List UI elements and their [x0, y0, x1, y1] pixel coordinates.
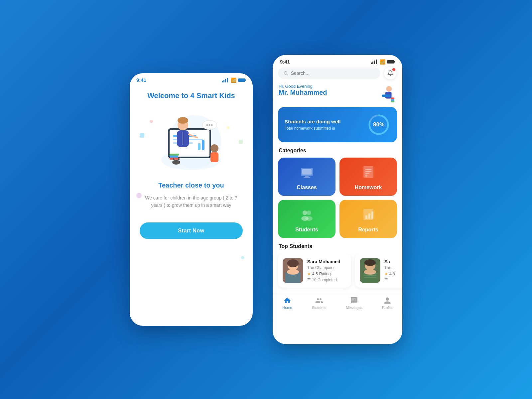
category-students[interactable]: Students	[278, 200, 335, 238]
student-rating-2: ★ 4.8	[384, 272, 395, 276]
student-card-1[interactable]: Sara Mohamed The Champions ★ 4.5 Rating …	[278, 253, 351, 288]
progress-percentage: 80%	[373, 121, 384, 128]
svg-rect-37	[391, 99, 394, 101]
student-rating-1: ★ 4.5 Rating	[307, 272, 340, 276]
svg-rect-44	[304, 177, 310, 178]
svg-rect-70	[364, 277, 376, 278]
svg-point-20	[210, 144, 218, 152]
svg-rect-28	[387, 60, 394, 64]
category-classes[interactable]: Classes	[278, 158, 335, 196]
svg-point-51	[307, 210, 311, 215]
students-nav-label: Students	[312, 306, 326, 310]
rating-label-1: Rating	[319, 272, 331, 276]
svg-rect-68	[364, 273, 376, 274]
svg-rect-21	[210, 152, 218, 162]
student-info-2: Sa The... ★ 4.8 ☰	[384, 259, 395, 282]
greeting-name: Mr. Muhammed	[279, 89, 327, 96]
svg-rect-10	[202, 140, 204, 150]
nav-home[interactable]: Home	[282, 297, 292, 310]
messages-nav-icon	[350, 297, 358, 305]
svg-point-62	[287, 269, 299, 275]
svg-point-17	[206, 124, 208, 126]
student-name-2: Sa	[384, 259, 395, 264]
greeting-hi: Hi, Good Evening	[279, 84, 327, 89]
svg-line-31	[287, 74, 288, 75]
teacher-illustration	[148, 108, 234, 175]
nav-profile[interactable]: Profile	[382, 297, 392, 310]
search-input-wrapper[interactable]	[278, 67, 380, 79]
search-input[interactable]	[291, 70, 375, 76]
students-nav-icon	[315, 297, 323, 305]
svg-point-19	[211, 124, 213, 126]
student-card-2[interactable]: Sa The... ★ 4.8 ☰	[355, 253, 402, 288]
classes-icon	[300, 167, 314, 181]
notification-button[interactable]	[384, 66, 397, 80]
status-icons: 📶	[222, 77, 246, 83]
notification-badge	[392, 68, 395, 71]
student-team-2: The...	[384, 265, 395, 270]
star-icon-2: ★	[384, 272, 388, 276]
svg-rect-49	[365, 175, 367, 177]
completed-icon-1: ☰	[307, 278, 311, 282]
status-bar: 9:41 📶	[130, 73, 253, 85]
app-title: Welcome to 4 Smart Kids	[147, 91, 235, 100]
svg-point-67	[364, 269, 376, 275]
rating-value-2: 4.8	[389, 272, 395, 276]
welcome-content: Welcome to 4 Smart Kids	[130, 85, 253, 246]
completed-icon-2: ☰	[384, 278, 388, 282]
welcome-screen: 9:41 📶 Welcome to 4 Smart Kids	[130, 73, 253, 326]
svg-point-60	[287, 259, 299, 267]
svg-rect-29	[394, 61, 395, 63]
svg-rect-42	[302, 169, 312, 175]
welcome-description: We care for children in the age group ( …	[140, 194, 243, 209]
time: 9:41	[136, 77, 146, 83]
homework-title: Students are doing well	[285, 119, 340, 124]
rating-value-1: 4.5	[312, 272, 318, 276]
svg-rect-38	[391, 101, 394, 102]
category-reports[interactable]: Reports	[339, 200, 397, 238]
svg-rect-69	[364, 275, 376, 276]
profile-nav-label: Profile	[382, 306, 392, 310]
student-team-1: The Champions	[307, 265, 340, 270]
students-label: Students	[295, 227, 318, 233]
student-avatar-2	[360, 258, 380, 283]
reports-icon	[363, 208, 374, 223]
svg-rect-0	[238, 78, 245, 82]
student-avatar-1	[283, 258, 303, 283]
star-icon-1: ★	[307, 272, 311, 276]
greeting-illustration	[373, 84, 396, 104]
categories-grid: Classes Homework	[273, 158, 402, 243]
greeting-row: Hi, Good Evening Mr. Muhammed	[273, 84, 402, 107]
classes-label: Classes	[297, 185, 317, 191]
homework-text: Students are doing well Total homework s…	[285, 119, 340, 131]
svg-rect-55	[365, 215, 367, 219]
categories-title: Categories	[273, 148, 402, 158]
battery-icon	[238, 78, 246, 82]
nav-messages[interactable]: Messages	[346, 297, 362, 310]
signal-icon-2	[371, 60, 377, 64]
students-icon	[300, 209, 314, 223]
profile-nav-icon	[383, 297, 391, 305]
svg-point-25	[172, 160, 180, 165]
svg-rect-24	[170, 154, 179, 156]
nav-students[interactable]: Students	[312, 297, 326, 310]
homework-subtitle: Total homework submitted is	[285, 126, 340, 131]
svg-rect-43	[305, 176, 309, 177]
svg-rect-9	[198, 143, 200, 150]
home-nav-icon	[283, 297, 291, 305]
welcome-subtitle: Teacher close to you	[158, 182, 224, 189]
svg-point-32	[386, 86, 392, 92]
svg-rect-56	[368, 213, 370, 219]
svg-point-50	[303, 210, 307, 215]
start-now-button[interactable]: Start Now	[140, 222, 243, 239]
svg-rect-1	[245, 79, 246, 81]
student-completed-2: ☰	[384, 278, 395, 282]
svg-point-12	[178, 117, 188, 124]
svg-point-65	[364, 259, 376, 266]
home-nav-label: Home	[282, 306, 292, 310]
student-name-1: Sara Mohamed	[307, 259, 340, 264]
category-homework[interactable]: Homework	[339, 158, 397, 196]
search-icon	[283, 70, 288, 76]
svg-rect-35	[382, 95, 390, 97]
messages-nav-label: Messages	[346, 306, 362, 310]
